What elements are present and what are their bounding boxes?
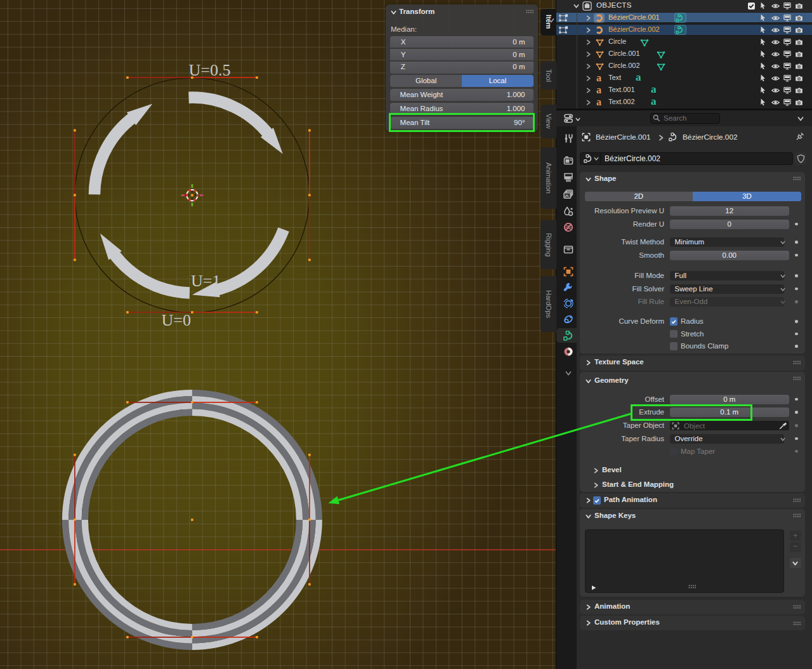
svg-text:U=0: U=0 [162,311,191,329]
svg-text:U=1: U=1 [191,272,220,290]
svg-text:U=0.5: U=0.5 [189,61,231,79]
